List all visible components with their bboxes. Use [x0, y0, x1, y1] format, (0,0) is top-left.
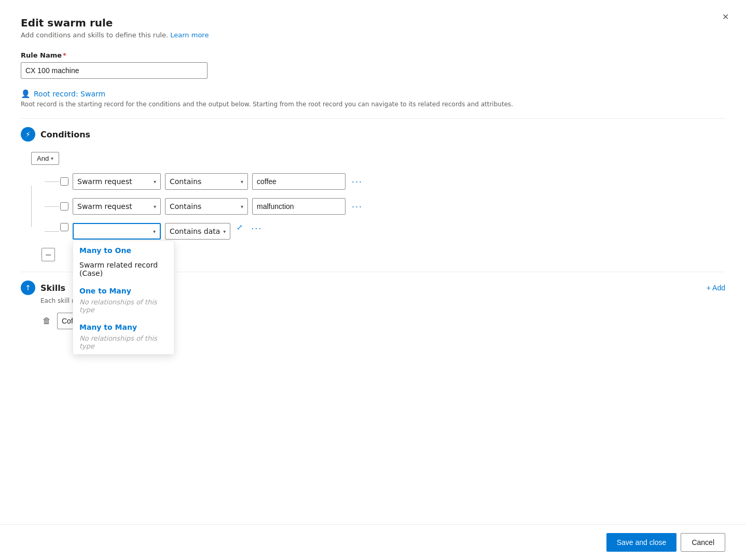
modal-container: ✕ Edit swarm rule Add conditions and ski…: [0, 0, 746, 560]
operator-chevron-icon-2: ▾: [241, 204, 243, 209]
condition-more-options-3[interactable]: ···: [249, 223, 264, 234]
condition-value-input-2[interactable]: [252, 198, 346, 215]
expand-button-3[interactable]: ⤢: [234, 223, 245, 231]
condition-operator-dropdown-2[interactable]: Contains ▾: [165, 198, 248, 215]
modal-subtitle: Add conditions and skills to define this…: [21, 31, 725, 39]
condition-operator-dropdown-1[interactable]: Contains ▾: [165, 173, 248, 190]
cancel-button[interactable]: Cancel: [681, 533, 725, 552]
condition-checkbox-1[interactable]: [60, 177, 68, 186]
rule-name-input[interactable]: [21, 62, 208, 79]
condition-more-options-1[interactable]: ···: [350, 176, 365, 187]
field-chevron-icon-2: ▾: [154, 204, 156, 209]
expand-icon: ⤢: [237, 223, 243, 231]
condition-field-dropdown-3[interactable]: ▾: [73, 223, 161, 240]
field-dropdown-wrapper-3: ▾ Many to One Swarm related record (Case…: [73, 223, 161, 240]
many-to-many-header: Many to Many: [73, 318, 174, 333]
skills-title: Skills: [40, 283, 65, 293]
divider: [21, 118, 725, 119]
learn-more-link[interactable]: Learn more: [170, 31, 209, 39]
condition-field-dropdown-2[interactable]: Swarm request ▾: [73, 198, 161, 215]
condition-more-options-2[interactable]: ···: [350, 201, 365, 212]
save-and-close-button[interactable]: Save and close: [606, 533, 677, 552]
skills-icon: ↑: [21, 281, 35, 295]
no-relationships-many-item: No relationships of this type: [73, 333, 174, 354]
conditions-section-header: ⚡ Conditions: [21, 127, 725, 142]
conditions-icon: ⚡: [21, 127, 35, 142]
no-relationships-one-item: No relationships of this type: [73, 297, 174, 318]
contains-data-chevron-icon: ▾: [223, 229, 226, 234]
operator-chevron-icon-1: ▾: [241, 179, 243, 185]
delete-skill-button-1[interactable]: 🗑: [40, 314, 53, 328]
close-button[interactable]: ✕: [717, 8, 734, 25]
modal-title: Edit swarm rule: [21, 17, 725, 29]
condition-value-input-1[interactable]: [252, 173, 346, 190]
condition-row-3: ▾ Many to One Swarm related record (Case…: [39, 223, 725, 240]
condition-checkbox-3[interactable]: [60, 223, 68, 231]
field-dropdown-popup-3: Many to One Swarm related record (Case) …: [73, 241, 174, 355]
and-button[interactable]: And ▾: [31, 152, 59, 165]
and-chevron-icon: ▾: [51, 156, 53, 161]
condition-row-1: Swarm request ▾ Contains ▾ ···: [39, 173, 725, 190]
trash-icon: 🗑: [43, 316, 51, 326]
close-icon: ✕: [722, 12, 729, 22]
rule-name-label: Rule Name*: [21, 51, 725, 59]
root-record-description: Root record is the starting record for t…: [21, 101, 725, 108]
conditions-title: Conditions: [40, 130, 90, 139]
condition-field-dropdown-1[interactable]: Swarm request ▾: [73, 173, 161, 190]
dropdown-popup-scroll[interactable]: Many to One Swarm related record (Case) …: [73, 241, 174, 354]
add-skill-button[interactable]: + Add: [707, 284, 725, 292]
root-record-section: 👤 Root record: Swarm Root record is the …: [21, 89, 725, 108]
contains-data-dropdown-3[interactable]: Contains data ▾: [165, 223, 230, 240]
condition-row-2: Swarm request ▾ Contains ▾ ···: [39, 198, 725, 215]
modal-footer: Save and close Cancel: [0, 524, 746, 560]
skills-header-left: ↑ Skills: [21, 281, 65, 295]
conditions-area: And ▾ Swarm request ▾ Contains ▾ ···: [21, 152, 725, 261]
condition-checkbox-2[interactable]: [60, 202, 68, 211]
person-icon: 👤: [21, 89, 31, 99]
field-chevron-icon-3: ▾: [153, 229, 156, 234]
many-to-one-header: Many to One: [73, 241, 174, 257]
root-record-label: 👤 Root record: Swarm: [21, 89, 725, 99]
minus-condition-box[interactable]: −: [42, 248, 55, 261]
field-chevron-icon-1: ▾: [154, 179, 156, 185]
swarm-related-item[interactable]: Swarm related record (Case): [73, 257, 174, 282]
one-to-many-header: One to Many: [73, 282, 174, 297]
conditions-tree-group: Swarm request ▾ Contains ▾ ··· Swarm req…: [31, 173, 725, 240]
